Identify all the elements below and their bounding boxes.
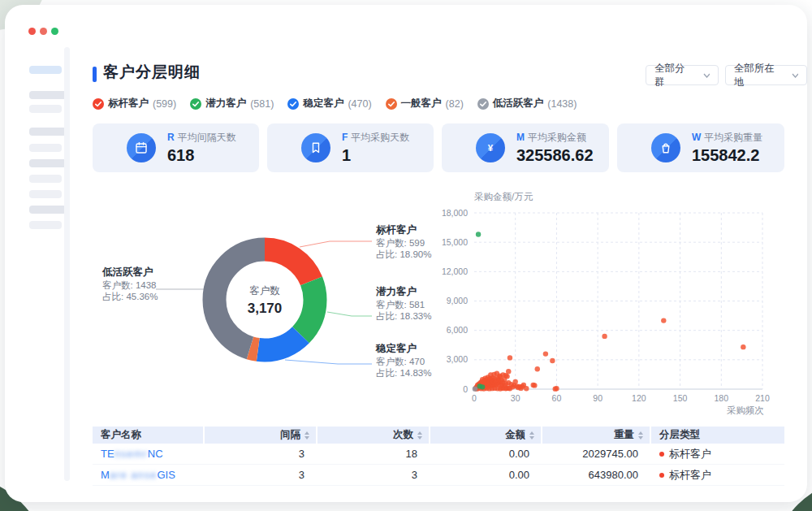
- table-cell: 3: [205, 465, 316, 485]
- stat-label-text: 平均间隔天数: [178, 132, 236, 143]
- callout-count: 客户数: 1438: [102, 279, 179, 291]
- table-cell: 0.00: [430, 444, 541, 464]
- customer-name-link[interactable]: Mare anseGIS: [101, 469, 175, 481]
- stat-value: 1: [342, 146, 409, 165]
- scatter-point: [488, 372, 493, 377]
- stat-icon-circle: [301, 133, 330, 162]
- stat-text: M平均采购金额325586.62: [516, 131, 594, 165]
- x-tick-label: 150: [673, 393, 688, 403]
- segment-legend: 标杆客户 (599)潜力客户 (581)稳定客户 (470)一般客户 (82)低…: [93, 97, 577, 110]
- legend-count: (599): [153, 98, 176, 110]
- legend-count: (82): [446, 98, 464, 110]
- svg-text:¥: ¥: [488, 143, 494, 153]
- zoom-button[interactable]: [51, 28, 58, 35]
- column-label: 次数: [393, 428, 413, 442]
- check-circle-icon: [190, 98, 201, 110]
- sidebar-item-7[interactable]: [29, 175, 62, 183]
- stat-text: F平均采购天数1: [342, 131, 409, 165]
- scatter-point: [499, 385, 504, 390]
- stat-label: R平均间隔天数: [167, 131, 236, 145]
- x-tick-label: 90: [593, 393, 603, 403]
- chevron-down-icon: [792, 73, 798, 78]
- scatter-point: [550, 358, 555, 363]
- column-header-分层类型: 分层类型: [651, 427, 784, 444]
- sidebar-item-4[interactable]: [29, 128, 67, 136]
- legend-label: 稳定客户: [303, 97, 343, 110]
- stat-text: W平均采购重量155842.2: [692, 131, 762, 165]
- app-window: 客户分层明细 全部分群全部所在地 标杆客户 (599)潜力客户 (581)稳定客…: [5, 5, 807, 502]
- callout-title: 低活跃客户: [102, 266, 179, 278]
- filter-group: 全部分群全部所在地: [646, 65, 807, 85]
- sort-icon[interactable]: [638, 431, 643, 440]
- y-tick-label: 12,000: [442, 266, 468, 276]
- stat-letter: R: [167, 132, 175, 143]
- check-circle-icon: [93, 98, 104, 110]
- x-tick-label: 0: [472, 393, 477, 403]
- sidebar-item-3[interactable]: [29, 105, 62, 113]
- filter-dropdown-2[interactable]: 全部所在地: [725, 65, 807, 85]
- close-button[interactable]: [28, 28, 36, 35]
- stat-card-W: W平均采购重量155842.2: [617, 123, 784, 172]
- column-header-金额[interactable]: 金额: [430, 427, 541, 444]
- table-cell: 2029745.00: [542, 444, 650, 464]
- legend-label: 一般客户: [401, 97, 442, 110]
- legend-count: (470): [348, 98, 371, 110]
- sidebar-item-5[interactable]: [29, 144, 62, 152]
- type-dot: [659, 452, 664, 457]
- legend-item-稳定客户[interactable]: 稳定客户 (470): [287, 97, 371, 110]
- column-header-间隔[interactable]: 间隔: [205, 427, 316, 444]
- segment-type-cell: 标杆客户: [651, 465, 784, 485]
- sort-icon[interactable]: [529, 431, 534, 440]
- legend-item-潜力客户[interactable]: 潜力客户 (581): [190, 97, 274, 110]
- scatter-point: [476, 232, 481, 236]
- stat-card-M: ¥M平均采购金额325586.62: [442, 123, 609, 172]
- sort-icon[interactable]: [417, 431, 422, 440]
- stat-label: M平均采购金额: [516, 131, 594, 145]
- stat-letter: F: [342, 132, 348, 143]
- minimize-button[interactable]: [40, 28, 47, 35]
- sidebar-item-1[interactable]: [29, 66, 62, 74]
- legend-label: 标杆客户: [108, 97, 149, 110]
- customer-name-link[interactable]: TEnsemrNC: [101, 448, 163, 460]
- x-axis-title: 采购频次: [727, 405, 764, 415]
- segment-type-label: 标杆客户: [669, 468, 711, 483]
- stat-letter: M: [516, 132, 525, 143]
- scatter-point: [508, 355, 512, 360]
- scatter-chart[interactable]: 03,0006,0009,00012,00015,00018,000030609…: [435, 187, 801, 416]
- stat-icon-circle: [127, 133, 156, 162]
- column-header-重量[interactable]: 重量: [542, 427, 650, 444]
- sidebar-item-2[interactable]: [29, 91, 67, 99]
- legend-item-一般客户[interactable]: 一般客户 (82): [386, 97, 464, 110]
- y-tick-label: 6,000: [447, 325, 468, 335]
- type-dot: [659, 473, 664, 478]
- legend-item-标杆客户[interactable]: 标杆客户 (599): [93, 97, 176, 110]
- sidebar-item-10[interactable]: [29, 221, 62, 229]
- column-label: 间隔: [280, 428, 300, 442]
- column-header-次数[interactable]: 次数: [317, 427, 429, 444]
- scatter-point: [661, 318, 666, 323]
- table-cell: 18: [317, 444, 429, 464]
- scatter-point: [520, 384, 525, 389]
- filter-dropdown-1[interactable]: 全部分群: [646, 65, 719, 85]
- table-header: 客户名称间隔次数金额重量分层类型: [93, 427, 784, 444]
- sidebar-item-9[interactable]: [29, 206, 67, 214]
- stat-label-text: 平均采购重量: [704, 132, 762, 143]
- table-row[interactable]: Mare anseGIS330.00643980.00标杆客户: [93, 465, 784, 486]
- x-tick-label: 210: [755, 393, 770, 403]
- sidebar-item-6[interactable]: [29, 159, 67, 167]
- stat-text: R平均间隔天数618: [167, 131, 236, 165]
- stat-icon-circle: [651, 133, 680, 162]
- scatter-point: [543, 351, 548, 356]
- calendar-icon: [134, 141, 149, 155]
- stat-value: 155842.2: [692, 146, 762, 165]
- stat-card-F: F平均采购天数1: [267, 123, 434, 172]
- table-row[interactable]: TEnsemrNC3180.002029745.00标杆客户: [93, 444, 784, 465]
- x-tick-label: 180: [715, 393, 729, 403]
- table-cell: 0.00: [430, 465, 541, 485]
- bag-icon: [659, 141, 673, 155]
- sort-icon[interactable]: [304, 431, 309, 440]
- legend-item-低活跃客户[interactable]: 低活跃客户 (1438): [477, 97, 577, 110]
- window-controls: [28, 28, 58, 35]
- sidebar-item-8[interactable]: [29, 190, 62, 198]
- segment-type-cell: 标杆客户: [651, 444, 784, 464]
